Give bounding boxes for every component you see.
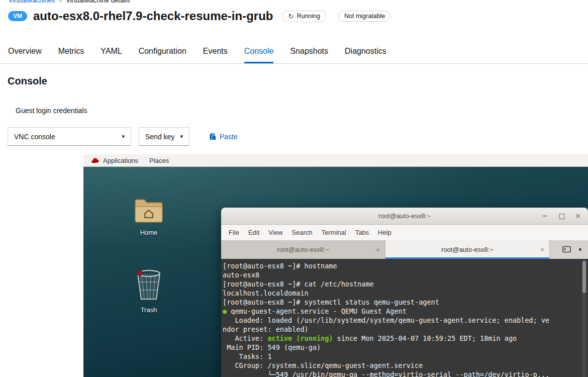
places-menu[interactable]: Places bbox=[144, 154, 174, 166]
terminal-menubar: File Edit View Search Terminal Tabs Help bbox=[221, 225, 588, 240]
breadcrumb-separator-icon: › bbox=[59, 0, 61, 4]
chevron-down-icon: ▾ bbox=[122, 133, 125, 140]
breadcrumb-virtualmachines[interactable]: VirtualMachines bbox=[9, 0, 55, 4]
maximize-button[interactable]: □ bbox=[556, 208, 568, 224]
console-type-value: VNC console bbox=[14, 133, 55, 141]
close-button[interactable]: × bbox=[572, 208, 584, 224]
menu-terminal[interactable]: Terminal bbox=[317, 229, 351, 236]
terminal-line: Loaded: loaded (/usr/lib/systemd/system/… bbox=[223, 316, 588, 325]
vm-details-page: VirtualMachines › VirtualMachine details… bbox=[0, 0, 588, 377]
trash-desktop-icon[interactable]: Trash bbox=[131, 268, 167, 314]
gnome-top-bar: Applications Places bbox=[83, 154, 588, 167]
terminal-line: [root@auto-esx8 ~]# hostname bbox=[223, 261, 588, 270]
terminal-window[interactable]: root@auto-esx8:~ − □ × File Edit View Se… bbox=[221, 208, 588, 377]
tab-metrics[interactable]: Metrics bbox=[58, 40, 84, 63]
status-dot-icon: ● bbox=[223, 307, 227, 315]
migratable-badge: Not migratable bbox=[338, 11, 391, 22]
tab-close-icon[interactable]: × bbox=[540, 246, 544, 254]
vm-kind-badge: VM bbox=[8, 11, 27, 21]
menu-tabs[interactable]: Tabs bbox=[351, 229, 373, 236]
terminal-line: localhost.localdomain bbox=[223, 289, 588, 298]
tab-configuration[interactable]: Configuration bbox=[139, 40, 186, 63]
terminal-line: [root@auto-esx8 ~]# systemctl status qem… bbox=[223, 298, 588, 307]
terminal-tab-2[interactable]: root@auto-esx8:~ × bbox=[385, 240, 550, 259]
trash-icon bbox=[135, 268, 162, 301]
terminal-tab-1[interactable]: root@auto-esx8:~ × bbox=[221, 240, 385, 259]
breadcrumb: VirtualMachines › VirtualMachine details bbox=[9, 0, 130, 4]
menu-file[interactable]: File bbox=[224, 229, 244, 236]
terminal-scrollbar[interactable] bbox=[582, 260, 586, 377]
trash-icon-label: Trash bbox=[131, 306, 167, 314]
tab-events[interactable]: Events bbox=[203, 40, 228, 63]
new-terminal-icon[interactable] bbox=[562, 246, 571, 253]
paste-label: Paste bbox=[220, 133, 238, 141]
applications-menu[interactable]: Applications bbox=[85, 154, 144, 166]
places-label: Places bbox=[149, 157, 169, 164]
menu-view[interactable]: View bbox=[264, 229, 287, 236]
console-section-heading: Console bbox=[8, 75, 47, 87]
tab-snapshots[interactable]: Snapshots bbox=[290, 40, 328, 63]
redhat-icon bbox=[91, 157, 100, 164]
terminal-tabbar-end: ▾ bbox=[550, 240, 588, 259]
status-badge[interactable]: ↻ Running bbox=[282, 11, 326, 22]
tab-overview[interactable]: Overview bbox=[8, 40, 42, 63]
chevron-down-icon: ▾ bbox=[180, 133, 183, 140]
send-key-dropdown[interactable]: Send key ▾ bbox=[139, 127, 189, 146]
vnc-desktop[interactable]: Applications Places Home bbox=[83, 154, 588, 377]
breadcrumb-current: VirtualMachine details bbox=[66, 0, 130, 4]
tab-console[interactable]: Console bbox=[244, 40, 274, 63]
minimize-button[interactable]: − bbox=[539, 208, 551, 224]
console-toolbar: VNC console ▾ Send key ▾ Paste bbox=[8, 127, 241, 146]
tab-diagnostics[interactable]: Diagnostics bbox=[345, 40, 386, 63]
terminal-line: auto-esx8 bbox=[223, 270, 588, 279]
status-label: Running bbox=[297, 13, 320, 20]
scrollbar-thumb[interactable] bbox=[582, 261, 586, 293]
terminal-tab-1-label: root@auto-esx8:~ bbox=[277, 246, 329, 253]
tab-close-icon[interactable]: × bbox=[376, 246, 380, 254]
terminal-line: └─549 /usr/bin/qemu-ga --method=virtio-s… bbox=[223, 370, 588, 377]
home-icon-label: Home bbox=[131, 229, 167, 236]
chevron-down-icon[interactable]: ▾ bbox=[578, 246, 581, 253]
terminal-titlebar[interactable]: root@auto-esx8:~ − □ × bbox=[221, 208, 588, 225]
console-type-select[interactable]: VNC console ▾ bbox=[8, 127, 131, 146]
send-key-label: Send key bbox=[145, 133, 174, 141]
terminal-line: CGroup: /system.slice/qemu-guest-agent.s… bbox=[223, 361, 588, 370]
terminal-tab-2-label: root@auto-esx8:~ bbox=[441, 246, 494, 253]
terminal-line: Main PID: 549 (qemu-ga) bbox=[223, 343, 588, 352]
vm-header: VM auto-esx8.0-rhel7.9-check-resume-in-g… bbox=[8, 9, 391, 23]
terminal-line: Active: active (running) since Mon 2025-… bbox=[223, 334, 588, 343]
sync-icon: ↻ bbox=[288, 13, 293, 20]
terminal-line: ● qemu-guest-agent.service - QEMU Guest … bbox=[223, 307, 588, 316]
tab-yaml[interactable]: YAML bbox=[101, 40, 122, 63]
terminal-output[interactable]: [root@auto-esx8 ~]# hostname auto-esx8 [… bbox=[221, 259, 588, 377]
menu-search[interactable]: Search bbox=[287, 229, 317, 236]
tab-bar: Overview Metrics YAML Configuration Even… bbox=[0, 40, 588, 64]
menu-help[interactable]: Help bbox=[373, 229, 396, 236]
home-folder-icon bbox=[133, 197, 164, 224]
guest-credentials-toggle[interactable]: Guest login credentials bbox=[16, 107, 87, 115]
vnc-console-area: Applications Places Home bbox=[0, 154, 588, 377]
terminal-line: [root@auto-esx8 ~]# cat /etc/hostname bbox=[223, 279, 588, 289]
menu-edit[interactable]: Edit bbox=[244, 229, 264, 236]
page-title: auto-esx8.0-rhel7.9-check-resume-in-grub bbox=[33, 9, 273, 23]
terminal-tabbar: root@auto-esx8:~ × root@auto-esx8:~ × bbox=[221, 240, 588, 259]
applications-label: Applications bbox=[103, 157, 138, 164]
paste-button[interactable]: Paste bbox=[207, 127, 241, 146]
paste-icon bbox=[210, 133, 216, 140]
terminal-window-title: root@auto-esx8:~ bbox=[378, 212, 431, 220]
home-desktop-icon[interactable]: Home bbox=[131, 197, 167, 236]
terminal-line: ndor preset: enabled) bbox=[223, 325, 588, 334]
terminal-line: Tasks: 1 bbox=[223, 352, 588, 361]
